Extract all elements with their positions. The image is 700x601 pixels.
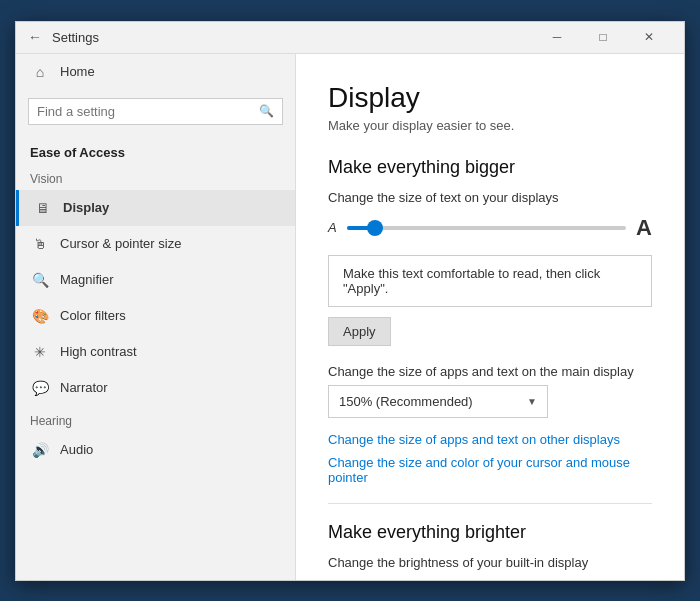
page-title: Display: [328, 82, 652, 114]
ease-of-access-header: Ease of Access: [16, 137, 295, 164]
text-size-label: Change the size of text on your displays: [328, 190, 652, 205]
sidebar-item-narrator-label: Narrator: [60, 380, 108, 395]
text-size-slider-track[interactable]: [347, 226, 626, 230]
text-size-slider-row: A A: [328, 215, 652, 241]
sidebar-item-magnifier[interactable]: 🔍 Magnifier: [16, 262, 295, 298]
content-area: ⌂ Home 🔍 Ease of Access Vision 🖥 Display…: [16, 54, 684, 580]
search-bar[interactable]: 🔍: [28, 98, 283, 125]
sidebar-item-color-filters[interactable]: 🎨 Color filters: [16, 298, 295, 334]
settings-window: ← Settings ─ □ ✕ ⌂ Home 🔍 Ease of Access…: [15, 21, 685, 581]
close-button[interactable]: ✕: [626, 21, 672, 53]
main-content: Display Make your display easier to see.…: [296, 54, 684, 580]
home-icon: ⌂: [30, 64, 50, 80]
sidebar-item-color-filters-label: Color filters: [60, 308, 126, 323]
sidebar-item-audio-label: Audio: [60, 442, 93, 457]
sidebar-item-cursor-label: Cursor & pointer size: [60, 236, 181, 251]
vision-section-label: Vision: [16, 164, 295, 190]
slider-small-label: A: [328, 220, 337, 235]
scaling-dropdown-value: 150% (Recommended): [339, 394, 473, 409]
apply-button[interactable]: Apply: [328, 317, 391, 346]
sidebar-item-high-contrast[interactable]: ✳ High contrast: [16, 334, 295, 370]
brightness-label: Change the brightness of your built-in d…: [328, 555, 652, 570]
narrator-icon: 💬: [30, 380, 50, 396]
color-filters-icon: 🎨: [30, 308, 50, 324]
window-title: Settings: [52, 30, 534, 45]
sidebar-item-high-contrast-label: High contrast: [60, 344, 137, 359]
sidebar: ⌂ Home 🔍 Ease of Access Vision 🖥 Display…: [16, 54, 296, 580]
sidebar-item-narrator[interactable]: 💬 Narrator: [16, 370, 295, 406]
sidebar-item-audio[interactable]: 🔊 Audio: [16, 432, 295, 468]
scaling-dropdown[interactable]: 150% (Recommended) ▼: [328, 385, 548, 418]
cursor-link[interactable]: Change the size and color of your cursor…: [328, 455, 652, 485]
text-preview-box: Make this text comfortable to read, then…: [328, 255, 652, 307]
other-displays-link[interactable]: Change the size of apps and text on othe…: [328, 432, 652, 447]
section-bigger-title: Make everything bigger: [328, 157, 652, 178]
magnifier-icon: 🔍: [30, 272, 50, 288]
hearing-section-label: Hearing: [16, 406, 295, 432]
section-divider: [328, 503, 652, 504]
maximize-button[interactable]: □: [580, 21, 626, 53]
slider-large-label: A: [636, 215, 652, 241]
text-size-slider-thumb: [367, 220, 383, 236]
high-contrast-icon: ✳: [30, 344, 50, 360]
page-subtitle: Make your display easier to see.: [328, 118, 652, 133]
title-bar: ← Settings ─ □ ✕: [16, 22, 684, 54]
back-button[interactable]: ←: [28, 29, 42, 45]
cursor-icon: 🖱: [30, 236, 50, 252]
sidebar-item-magnifier-label: Magnifier: [60, 272, 113, 287]
audio-icon: 🔊: [30, 442, 50, 458]
sidebar-item-home[interactable]: ⌂ Home: [16, 54, 295, 90]
sidebar-item-display[interactable]: 🖥 Display: [16, 190, 295, 226]
apps-text-size-row: Change the size of apps and text on the …: [328, 364, 652, 418]
apps-text-size-label: Change the size of apps and text on the …: [328, 364, 652, 379]
window-controls: ─ □ ✕: [534, 21, 672, 53]
search-input[interactable]: [37, 104, 259, 119]
sidebar-item-cursor[interactable]: 🖱 Cursor & pointer size: [16, 226, 295, 262]
sidebar-item-home-label: Home: [60, 64, 95, 79]
sidebar-item-display-label: Display: [63, 200, 109, 215]
section-brighter-title: Make everything brighter: [328, 522, 652, 543]
minimize-button[interactable]: ─: [534, 21, 580, 53]
search-icon: 🔍: [259, 104, 274, 118]
chevron-down-icon: ▼: [527, 396, 537, 407]
display-icon: 🖥: [33, 200, 53, 216]
